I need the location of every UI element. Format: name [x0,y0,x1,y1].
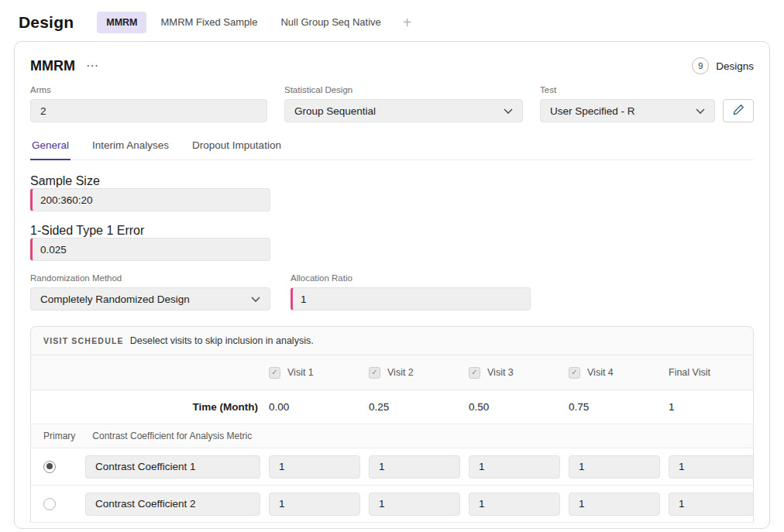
contrast-1-final-visit-input[interactable] [669,455,754,479]
randomization-method-value: Completely Randomized Design [40,293,190,305]
visit-4-label: Visit 4 [587,367,614,378]
visit-1-label: Visit 1 [287,367,314,378]
top-bar: Design MMRM MMRM Fixed Sample Null Group… [0,0,784,38]
type1-error-label: 1-Sided Type 1 Error [30,224,144,237]
time-value: 0.50 [469,401,569,413]
contrast-1-visit-4-input[interactable] [569,455,660,479]
test-value: User Specified - R [550,105,635,117]
contrast-1-radio[interactable] [43,461,56,473]
randomization-method-select[interactable]: Completely Randomized Design [30,287,270,311]
visit-schedule-title: VISIT SCHEDULE [43,336,124,345]
visit-3-checkbox[interactable] [469,367,480,379]
tab-general[interactable]: General [30,135,70,160]
contrast-1-name-input[interactable] [85,455,260,479]
contrast-2-visit-3-input[interactable] [469,493,560,516]
time-row: Time (Month) 0.00 0.25 0.50 0.75 1 [31,390,753,424]
statistical-design-value: Group Sequential [294,105,376,117]
time-value: 0.75 [569,401,669,413]
sample-size-field: Sample Size [30,174,270,211]
section-tabs: General Interim Analyses Dropout Imputat… [30,135,754,160]
pencil-icon [733,104,744,118]
chevron-down-icon [504,105,513,117]
statistical-design-label: Statistical Design [284,85,523,94]
contrast-row-1 [31,448,753,486]
type1-error-input[interactable] [30,238,270,261]
contrast-1-visit-3-input[interactable] [469,455,560,479]
visit-1-header: Visit 1 [269,367,369,379]
chevron-down-icon [251,293,260,305]
primary-label: Primary [43,431,75,441]
designs-label: Designs [716,60,754,72]
card-header: MMRM ⋯ 9 Designs [30,57,754,74]
tab-mmrm[interactable]: MMRM [97,12,146,33]
statistical-design-field: Statistical Design Group Sequential [284,85,523,122]
randomization-method-label: Randomization Method [30,273,270,283]
contrast-header-label: Contrast Coefficient for Analysis Metric [92,431,252,441]
contrast-2-visit-2-input[interactable] [369,493,460,516]
sample-size-label: Sample Size [30,174,100,187]
contrast-1-visit-1-input[interactable] [269,455,360,479]
time-value: 0.00 [269,401,369,413]
visit-3-label: Visit 3 [487,367,514,378]
arms-input[interactable] [30,99,267,122]
add-tab-button[interactable]: + [395,15,420,30]
visit-3-header: Visit 3 [469,367,569,379]
randomization-method-field: Randomization Method Completely Randomiz… [30,273,270,311]
design-card: MMRM ⋯ 9 Designs Arms Statistical Design… [14,41,770,529]
statistical-design-select[interactable]: Group Sequential [284,99,523,122]
arms-field: Arms [30,85,267,122]
final-visit-label: Final Visit [669,367,753,378]
edit-test-button[interactable] [723,99,754,122]
contrast-2-name-input[interactable] [85,493,260,516]
time-value: 1 [669,401,753,413]
chevron-down-icon [696,105,705,117]
visits-header-row: Visit 1 Visit 2 Visit 3 Visit 4 Final Vi… [31,355,753,390]
visit-schedule-header: VISIT SCHEDULE Deselect visits to skip i… [31,327,753,355]
designs-count-badge[interactable]: 9 [692,57,709,74]
visit-4-checkbox[interactable] [569,367,580,379]
contrast-2-visit-1-input[interactable] [269,493,360,516]
top-field-row: Arms Statistical Design Group Sequential… [30,85,754,122]
more-menu-button[interactable]: ⋯ [86,60,100,72]
visit-2-header: Visit 2 [369,367,469,379]
test-field: Test User Specified - R [540,85,754,122]
visit-schedule-table: VISIT SCHEDULE Deselect visits to skip i… [30,326,754,523]
page-title: Design [19,13,74,32]
test-label: Test [540,85,754,94]
type1-error-field: 1-Sided Type 1 Error [30,224,270,261]
allocation-ratio-input[interactable] [291,287,531,311]
visit-4-header: Visit 4 [569,367,669,379]
card-title: MMRM [30,58,75,74]
contrast-2-final-visit-input[interactable] [669,493,754,516]
designs-group: 9 Designs [692,57,754,74]
contrast-row-2 [31,486,753,523]
arms-label: Arms [30,85,267,94]
tab-interim-analyses[interactable]: Interim Analyses [91,135,170,160]
visit-2-label: Visit 2 [387,367,414,378]
allocation-ratio-field: Allocation Ratio [291,273,531,311]
primary-section-header: Primary Contrast Coefficient for Analysi… [31,424,753,448]
contrast-2-radio[interactable] [43,498,56,510]
contrast-1-visit-2-input[interactable] [369,455,460,479]
visit-1-checkbox[interactable] [269,367,280,379]
visit-schedule-subtitle: Deselect visits to skip inclusion in ana… [130,335,314,346]
time-row-label: Time (Month) [31,401,269,413]
time-value: 0.25 [369,401,469,413]
sample-size-input[interactable] [30,188,270,211]
design-tabs: MMRM MMRM Fixed Sample Null Group Seq Na… [97,11,419,33]
visit-2-checkbox[interactable] [369,367,380,379]
tab-dropout-imputation[interactable]: Dropout Imputation [191,135,283,160]
contrast-2-visit-4-input[interactable] [569,493,660,516]
randomization-row: Randomization Method Completely Randomiz… [30,273,754,311]
tab-mmrm-fixed-sample[interactable]: MMRM Fixed Sample [151,11,266,33]
tab-null-group-seq-native[interactable]: Null Group Seq Native [271,11,390,33]
test-select[interactable]: User Specified - R [540,99,715,122]
allocation-ratio-label: Allocation Ratio [291,273,531,283]
